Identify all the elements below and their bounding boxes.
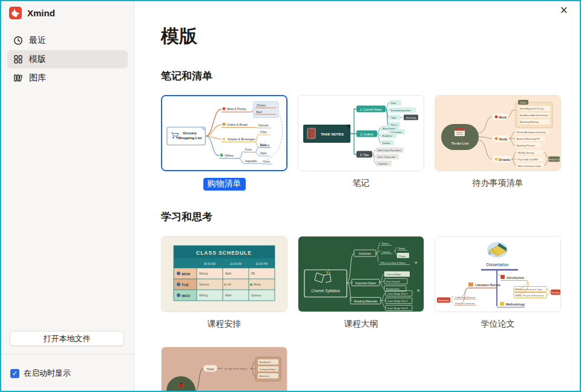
preview-node: Science <box>251 294 261 297</box>
preview-node: Evidence <box>382 134 393 137</box>
app-header: Xmind <box>1 1 134 19</box>
xmind-logo-icon <box>9 7 22 19</box>
sidebar-item-label: 模版 <box>29 54 46 65</box>
preview-node: Contact <box>382 250 391 253</box>
preview-node: Buy Meera And Send Demo <box>520 114 548 117</box>
preview-node: Examination <box>386 287 399 290</box>
preview-node: Math <box>225 294 232 297</box>
preview-node: Topic <box>391 116 396 119</box>
preview-node: Organize <box>378 162 388 165</box>
preview-node: 2. Outline <box>360 132 373 136</box>
preview-node: Antennae <box>260 375 269 377</box>
preview-node: Methodology <box>506 302 525 306</box>
sidebar-item-library[interactable]: 图库 <box>7 69 128 87</box>
preview-node: Reading Materials <box>354 300 378 303</box>
template-thumbnail-todo-list: To-do List Work Done Send Blog Draft To … <box>435 95 561 171</box>
preview-node: Essential question <box>391 109 410 112</box>
preview-node: Main Points <box>382 127 395 130</box>
preview-node: MON <box>182 272 190 276</box>
preview-node: PE <box>251 272 255 275</box>
template-thumbnail-course-syllabus: Course Syllabus Instructor Name <box>298 236 424 312</box>
preview-node: Onion <box>263 160 270 163</box>
template-card-dissertation[interactable]: Dissertation Literature Review Collectin… <box>435 236 561 332</box>
preview-node: Chips <box>260 131 267 134</box>
preview-node: Collecting Sources <box>455 296 475 299</box>
section-title-study-thinking: 学习和思考 <box>161 210 580 224</box>
template-thumbnail-class-schedule: CLASS SCHEDULE 08:30 AM 10:00 AM 02:00 P… <box>161 236 287 312</box>
preview-node: TAKE NOTES <box>321 132 344 136</box>
sidebar-divider <box>1 354 134 354</box>
preview-node: WED <box>182 294 191 298</box>
preview-node: On Top Of Its Thorax <box>224 367 248 370</box>
template-label-course-syllabus: 课程大纲 <box>344 319 378 328</box>
template-thumbnail-shopping-list: Grocery Shopping List Meat & Poultry Chi… <box>161 95 287 171</box>
preview-node: Vegetable <box>245 160 257 163</box>
sidebar-nav: 最近 模版 <box>1 31 134 87</box>
clock-icon <box>13 36 23 45</box>
template-label-shopping-list: 购物清单 <box>203 178 246 191</box>
preview-node: Literature Review <box>475 283 501 287</box>
preview-node: Speaking Practice <box>517 145 536 147</box>
preview-node: Meat & Poultry <box>227 108 247 111</box>
template-row-2: CLASS SCHEDULE 08:30 AM 10:00 AM 02:00 P… <box>161 236 580 332</box>
preview-node: Writing <box>199 294 208 297</box>
template-card-course-syllabus[interactable]: Course Syllabus Instructor Name <box>298 236 424 332</box>
show-at-startup-checkbox[interactable]: ✓ <box>10 369 19 378</box>
sidebar-item-label: 最近 <box>29 35 46 46</box>
preview-node: Shopping List <box>178 136 202 140</box>
close-icon[interactable]: × <box>560 4 568 17</box>
preview-node: 10:00 AM <box>230 263 242 266</box>
preview-node: Name <box>382 242 389 245</box>
preview-node: Phone <box>399 255 406 258</box>
preview-node: Introduction <box>507 276 524 279</box>
preview-node: Grains & Bread <box>227 123 248 126</box>
preview-node: Course Syllabus <box>311 289 340 293</box>
preview-node: Music <box>254 283 261 286</box>
preview-node: Work <box>499 116 507 119</box>
preview-node: Review Aerospace Inventory <box>517 131 546 134</box>
preview-node: Office Location & Hours <box>380 261 405 264</box>
preview-node: Marketing Meeting <box>520 121 539 123</box>
preview-node: Art <box>228 283 232 286</box>
preview-node: Course Begin <box>386 273 401 276</box>
open-local-file-button[interactable]: 打开本地文件 <box>10 331 124 346</box>
preview-node: Details <box>382 142 390 145</box>
template-card-notes[interactable]: TAKE NOTES 1. Cornell Notes Date <box>298 95 424 191</box>
templates-grid-icon <box>13 54 23 64</box>
template-card-ladybug[interactable]: Ladybug Head On Top Of Its Thorax Mouthp… <box>161 347 287 392</box>
preview-node: 08:30 AM <box>204 263 216 266</box>
preview-node: Study <box>499 137 508 141</box>
sidebar-item-templates[interactable]: 模版 <box>7 50 128 68</box>
preview-node: 02:00 PM <box>256 263 268 266</box>
show-at-startup-label: 在启动时显示 <box>24 368 71 379</box>
preview-node: Important Dates <box>355 282 376 285</box>
preview-node: Dissertation <box>487 263 509 267</box>
template-thumbnail-notes: TAKE NOTES 1. Cornell Notes Date <box>298 95 424 171</box>
template-thumbnail-ladybug: Ladybug Head On Top Of Its Thorax Mouthp… <box>161 347 287 392</box>
sidebar-item-label: 图库 <box>29 73 46 83</box>
preview-node: Case Study: Part 3 <box>387 307 408 310</box>
preview-node: Define Scope of Research <box>516 294 544 297</box>
preview-node: Summary <box>438 299 448 302</box>
sidebar-item-recent[interactable]: 最近 <box>7 31 128 50</box>
preview-node: To-do List <box>451 142 469 145</box>
app-title: Xmind <box>27 8 55 18</box>
preview-node: 1. Cornell Notes <box>360 108 382 111</box>
preview-node: Chicken <box>256 104 266 107</box>
preview-node: Math <box>225 272 232 275</box>
preview-node: Banana <box>260 144 269 147</box>
preview-node: 3. Tips <box>360 153 369 157</box>
template-label-class-schedule: 课程安排 <box>208 319 241 328</box>
preview-node: Note Down Key Ideas <box>378 149 401 152</box>
preview-node: Science <box>199 283 209 286</box>
preview-node: Fruits <box>245 148 252 151</box>
preview-node: Done <box>520 101 527 104</box>
template-card-class-schedule[interactable]: CLASS SCHEDULE 08:30 AM 10:00 AM 02:00 P… <box>161 236 287 332</box>
preview-node: Weekly To-do <box>548 158 560 161</box>
page-title: 模版 <box>161 24 580 49</box>
template-card-todo-list[interactable]: To-do List Work Done Send Blog Draft To … <box>435 95 561 191</box>
preview-node: TUE <box>182 283 189 287</box>
template-card-shopping-list[interactable]: Grocery Shopping List Meat & Poultry Chi… <box>161 95 287 191</box>
preview-node: Date <box>391 102 396 105</box>
preview-node: Pay Credit Card Bill <box>518 158 538 161</box>
